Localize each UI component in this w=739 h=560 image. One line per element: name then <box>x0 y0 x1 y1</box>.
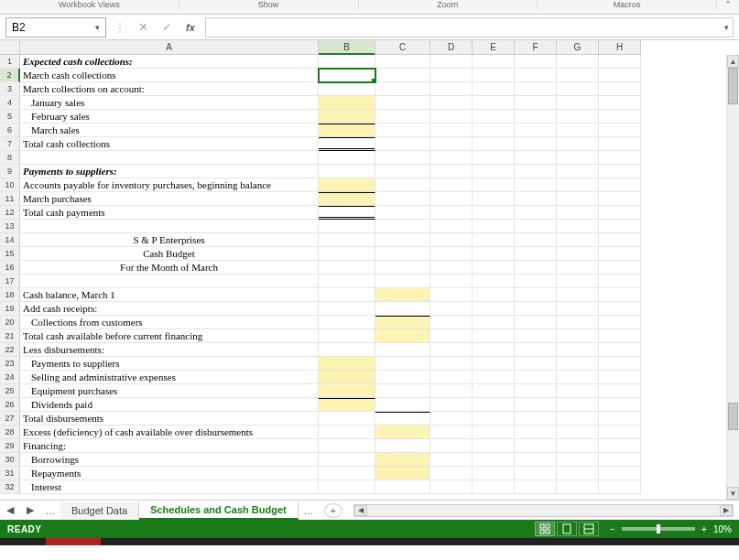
cell[interactable] <box>430 357 473 371</box>
chevron-down-icon[interactable]: ▾ <box>95 23 100 32</box>
cell[interactable]: January sales <box>20 96 319 110</box>
cell[interactable] <box>319 69 375 82</box>
cell[interactable] <box>557 124 599 137</box>
row-header[interactable]: 27 <box>0 412 20 425</box>
cell[interactable] <box>430 329 473 343</box>
cell[interactable] <box>20 151 319 165</box>
cell[interactable] <box>430 302 473 316</box>
cell[interactable] <box>473 288 515 302</box>
cell[interactable] <box>473 220 515 233</box>
view-page-break-icon[interactable] <box>579 522 599 536</box>
row-header[interactable]: 14 <box>0 233 20 247</box>
cell[interactable] <box>375 453 430 467</box>
tab-schedules-cash-budget[interactable]: Schedules and Cash Budget <box>139 501 299 520</box>
cell[interactable] <box>473 467 515 480</box>
cell[interactable] <box>430 412 473 425</box>
scroll-right-icon[interactable]: ▶ <box>720 505 733 516</box>
cell[interactable] <box>319 96 375 110</box>
column-header-E[interactable]: E <box>473 40 515 55</box>
cell[interactable] <box>557 357 599 371</box>
cell[interactable] <box>375 247 430 261</box>
cell[interactable] <box>515 233 557 247</box>
row-header[interactable]: 30 <box>0 453 20 467</box>
cell[interactable] <box>319 439 375 453</box>
cell[interactable] <box>515 453 557 467</box>
cells-area[interactable]: Expected cash collections:March cash col… <box>20 55 641 494</box>
cell[interactable] <box>473 398 515 412</box>
cell[interactable] <box>473 261 515 275</box>
vertical-scrollbar[interactable]: ▲ ▼ <box>726 55 739 500</box>
cell[interactable] <box>319 275 375 288</box>
cell[interactable] <box>430 467 473 480</box>
cell[interactable] <box>557 302 599 316</box>
column-header-D[interactable]: D <box>430 40 473 55</box>
cell[interactable] <box>473 316 515 329</box>
cell[interactable] <box>515 55 557 69</box>
cell[interactable] <box>319 412 375 425</box>
cell[interactable] <box>319 82 375 96</box>
cell[interactable] <box>599 151 641 165</box>
cell[interactable] <box>515 288 557 302</box>
row-header[interactable]: 20 <box>0 316 20 329</box>
cell[interactable]: Cash Budget <box>20 247 319 261</box>
cell[interactable] <box>599 110 641 124</box>
cell[interactable]: Dividends paid <box>20 398 319 412</box>
cell[interactable] <box>473 151 515 165</box>
cell[interactable] <box>599 233 641 247</box>
cell[interactable] <box>430 124 473 137</box>
cell[interactable] <box>557 233 599 247</box>
cell[interactable] <box>473 192 515 206</box>
cell[interactable] <box>375 439 430 453</box>
cell[interactable] <box>557 412 599 425</box>
view-page-layout-icon[interactable] <box>557 522 577 536</box>
cell[interactable]: March cash collections <box>20 69 319 82</box>
zoom-slider[interactable] <box>622 527 695 531</box>
cell[interactable] <box>473 247 515 261</box>
cell[interactable] <box>473 439 515 453</box>
cell[interactable] <box>515 480 557 494</box>
cell[interactable] <box>20 275 319 288</box>
cell[interactable] <box>473 453 515 467</box>
column-header-H[interactable]: H <box>599 40 641 55</box>
fx-icon[interactable]: fx <box>181 22 200 33</box>
cell[interactable] <box>515 137 557 151</box>
cell[interactable] <box>515 192 557 206</box>
row-header[interactable]: 15 <box>0 247 20 261</box>
cell[interactable] <box>430 425 473 439</box>
row-header[interactable]: 21 <box>0 329 20 343</box>
cell[interactable] <box>557 96 599 110</box>
cell[interactable] <box>599 357 641 371</box>
cell[interactable] <box>375 69 430 82</box>
cell[interactable] <box>599 288 641 302</box>
cell[interactable] <box>599 371 641 384</box>
cell[interactable]: Total disbursements <box>20 412 319 425</box>
cell[interactable] <box>473 82 515 96</box>
cell[interactable] <box>473 329 515 343</box>
cell[interactable] <box>430 178 473 192</box>
cell[interactable] <box>319 110 375 124</box>
row-header[interactable]: 23 <box>0 357 20 371</box>
column-header-G[interactable]: G <box>557 40 599 55</box>
tab-nav-next-icon[interactable]: ▶ <box>20 504 40 516</box>
cell[interactable] <box>430 69 473 82</box>
new-sheet-button[interactable]: + <box>324 503 342 518</box>
horizontal-scrollbar[interactable]: ◀ ▶ <box>353 504 734 517</box>
cell[interactable]: Payments to suppliers <box>20 357 319 371</box>
cell[interactable] <box>375 357 430 371</box>
cell[interactable] <box>375 220 430 233</box>
row-header[interactable]: 8 <box>0 151 20 165</box>
cell[interactable] <box>430 96 473 110</box>
cell[interactable] <box>319 398 375 412</box>
cell[interactable] <box>599 453 641 467</box>
row-header[interactable]: 11 <box>0 192 20 206</box>
row-header[interactable]: 19 <box>0 302 20 316</box>
zoom-in-button[interactable]: + <box>699 524 710 534</box>
cell[interactable] <box>599 137 641 151</box>
cell[interactable] <box>557 288 599 302</box>
cell[interactable] <box>599 398 641 412</box>
cell[interactable] <box>375 467 430 480</box>
cell[interactable]: Repayments <box>20 467 319 480</box>
cell[interactable] <box>557 275 599 288</box>
collapse-ribbon-icon[interactable]: ˆ <box>717 0 739 11</box>
cell[interactable]: S & P Enterprises <box>20 233 319 247</box>
